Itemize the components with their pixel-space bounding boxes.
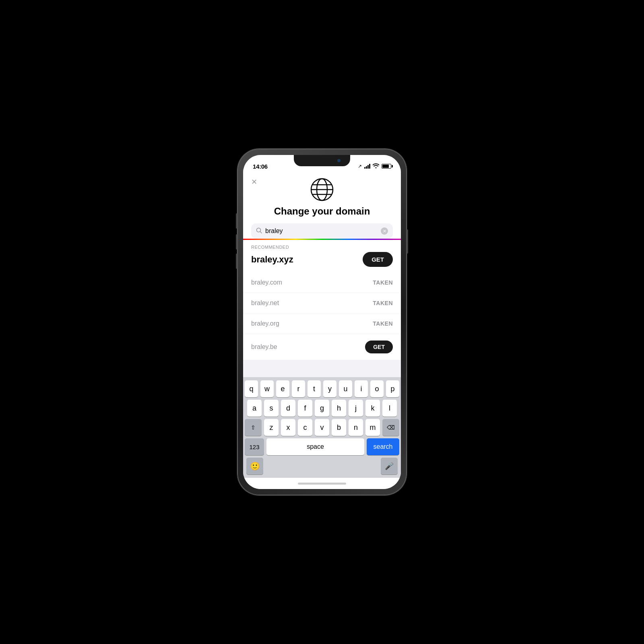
key-i[interactable]: i <box>355 380 368 397</box>
close-button[interactable]: ✕ <box>251 178 257 186</box>
key-t[interactable]: t <box>308 380 321 397</box>
clear-button[interactable]: ✕ <box>381 227 388 235</box>
mic-key[interactable]: 🎤 <box>381 458 398 475</box>
svg-line-6 <box>260 232 262 233</box>
numbers-key[interactable]: 123 <box>245 438 264 455</box>
taken-label-org: TAKEN <box>373 320 393 327</box>
key-row-bottom: 123 space search <box>245 438 399 455</box>
delete-key[interactable]: ⌫ <box>382 419 399 436</box>
key-y[interactable]: y <box>323 380 336 397</box>
key-m[interactable]: m <box>365 419 380 436</box>
key-u[interactable]: u <box>339 380 352 397</box>
key-j[interactable]: j <box>349 400 363 417</box>
signal-bar-2 <box>366 166 367 169</box>
key-a[interactable]: a <box>247 400 262 417</box>
phone-screen: 14:06 ↗ <box>243 155 401 489</box>
key-g[interactable]: g <box>315 400 329 417</box>
home-bar <box>298 483 346 485</box>
keyboard-bottom-row: 🙂 🎤 <box>245 458 399 475</box>
partial-row: braley.be GET <box>243 334 401 360</box>
battery-icon <box>382 164 391 169</box>
key-v[interactable]: v <box>315 419 329 436</box>
domain-list: braley.com TAKEN braley.net TAKEN braley… <box>243 272 401 360</box>
key-o[interactable]: o <box>370 380 384 397</box>
notch <box>294 155 350 166</box>
key-row-2: a s d f g h j k l <box>245 400 399 417</box>
search-key[interactable]: search <box>367 438 399 455</box>
key-row-1: q w e r t y u i o p <box>245 380 399 397</box>
key-b[interactable]: b <box>332 419 346 436</box>
key-row-3: ⇧ z x c v b n m ⌫ <box>245 419 399 436</box>
key-w[interactable]: w <box>260 380 274 397</box>
signal-bars <box>364 164 370 169</box>
key-x[interactable]: x <box>281 419 295 436</box>
app-content: ✕ Change your domain <box>243 173 401 489</box>
domain-row: braley.com TAKEN <box>243 272 401 293</box>
domain-name-org: braley.org <box>251 320 279 327</box>
app-header: ✕ Change your domain <box>243 173 401 239</box>
recommended-domain: braley.xyz <box>251 254 293 265</box>
notch-dot <box>337 159 341 162</box>
recommended-row: braley.xyz GET <box>251 252 393 267</box>
search-icon <box>256 227 262 235</box>
domain-name-com: braley.com <box>251 279 282 286</box>
key-c[interactable]: c <box>298 419 312 436</box>
location-icon: ↗ <box>358 163 362 169</box>
key-q[interactable]: q <box>245 380 258 397</box>
key-k[interactable]: k <box>365 400 380 417</box>
key-s[interactable]: s <box>264 400 279 417</box>
key-h[interactable]: h <box>332 400 346 417</box>
signal-bar-4 <box>369 164 370 169</box>
status-bar: 14:06 ↗ <box>243 155 401 173</box>
domain-name-net: braley.net <box>251 299 279 307</box>
partial-get-button[interactable]: GET <box>365 341 393 353</box>
recommended-label: RECOMMENDED <box>251 245 393 250</box>
key-z[interactable]: z <box>264 419 279 436</box>
key-f[interactable]: f <box>298 400 312 417</box>
key-p[interactable]: p <box>386 380 399 397</box>
domain-row: braley.net TAKEN <box>243 293 401 314</box>
taken-label-net: TAKEN <box>373 300 393 306</box>
signal-bar-3 <box>367 165 369 169</box>
recommended-get-button[interactable]: GET <box>363 252 393 267</box>
battery-fill <box>382 165 389 168</box>
phone-frame: 14:06 ↗ <box>237 149 407 495</box>
taken-label-com: TAKEN <box>373 279 393 286</box>
partial-domain: braley.be <box>251 343 277 351</box>
results-area: RECOMMENDED braley.xyz GET braley.com TA… <box>243 240 401 377</box>
search-input[interactable]: braley <box>265 227 378 235</box>
key-e[interactable]: e <box>276 380 289 397</box>
shift-key[interactable]: ⇧ <box>245 419 262 436</box>
key-d[interactable]: d <box>281 400 295 417</box>
wifi-icon <box>373 163 379 169</box>
key-n[interactable]: n <box>349 419 363 436</box>
signal-bar-1 <box>364 167 365 169</box>
key-l[interactable]: l <box>382 400 397 417</box>
home-indicator <box>243 478 401 489</box>
keyboard: q w e r t y u i o p a s d f g <box>243 377 401 478</box>
globe-icon <box>310 178 334 202</box>
recommended-section: RECOMMENDED braley.xyz GET <box>243 240 401 272</box>
status-icons: ↗ <box>358 163 391 169</box>
status-time: 14:06 <box>253 163 268 170</box>
search-bar[interactable]: braley ✕ <box>251 223 393 239</box>
key-r[interactable]: r <box>292 380 305 397</box>
domain-row: braley.org TAKEN <box>243 314 401 334</box>
space-key[interactable]: space <box>266 438 364 455</box>
emoji-key[interactable]: 🙂 <box>246 458 263 475</box>
page-title: Change your domain <box>274 206 370 217</box>
